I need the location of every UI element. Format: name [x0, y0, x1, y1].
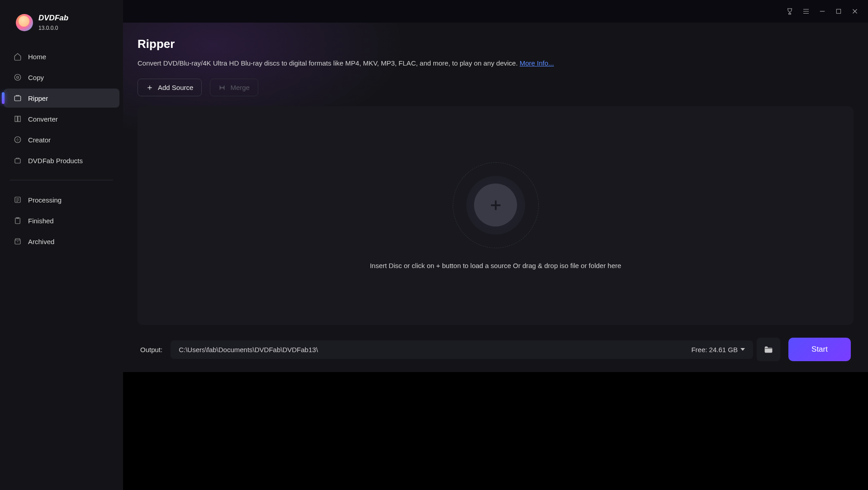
archived-icon [14, 237, 22, 245]
sidebar-item-label: Home [28, 53, 46, 61]
svg-point-1 [17, 76, 19, 79]
main-area: Ripper Convert DVD/Blu-ray/4K Ultra HD B… [123, 0, 868, 490]
start-button[interactable]: Start [788, 338, 851, 361]
titlebar [123, 0, 868, 23]
output-folder-button[interactable] [757, 338, 780, 361]
products-icon [14, 156, 22, 165]
bottom-blank [123, 372, 868, 490]
sidebar-item-products[interactable]: DVDFab Products [4, 151, 119, 170]
add-source-label: Add Source [158, 84, 193, 91]
svg-rect-3 [15, 116, 17, 122]
sidebar-item-label: Ripper [28, 94, 48, 102]
svg-rect-10 [836, 9, 840, 13]
app-title: DVDFab [38, 14, 68, 23]
logo-text: DVDFab 13.0.0.0 [38, 14, 68, 31]
svg-rect-6 [15, 159, 20, 163]
sidebar: DVDFab 13.0.0.0 Home Copy Ripper [0, 0, 123, 490]
sidebar-item-processing[interactable]: Processing [4, 190, 119, 209]
app-logo-icon [16, 14, 33, 31]
app-version: 13.0.0.0 [38, 25, 68, 31]
feedback-icon[interactable] [786, 7, 794, 15]
sidebar-item-ripper[interactable]: Ripper [4, 89, 119, 108]
sidebar-item-copy[interactable]: Copy [4, 68, 119, 87]
page-description: Convert DVD/Blu-ray/4K Ultra HD Blu-ray … [138, 59, 854, 67]
processing-icon [14, 196, 22, 204]
output-label: Output: [140, 346, 162, 353]
svg-rect-9 [15, 240, 20, 244]
dropzone-hint: Insert Disc or click on + button to load… [370, 262, 621, 269]
creator-icon [14, 136, 22, 144]
dropzone-plus-mid [466, 176, 525, 235]
sidebar-item-label: Creator [28, 136, 51, 144]
ripper-icon [14, 94, 22, 102]
sidebar-item-label: Processing [28, 196, 62, 204]
content-area: Ripper Convert DVD/Blu-ray/4K Ultra HD B… [123, 23, 868, 372]
svg-rect-4 [18, 116, 20, 122]
output-path: C:\Users\fab\Documents\DVDFab\DVDFab13\ [179, 346, 318, 353]
copy-icon [14, 73, 22, 81]
merge-label: Merge [230, 84, 250, 91]
dropzone-plus-outer [453, 162, 539, 248]
home-icon [14, 52, 22, 61]
sidebar-item-label: Archived [28, 238, 54, 245]
chevron-down-icon [740, 348, 745, 351]
svg-rect-2 [14, 96, 21, 101]
page-title: Ripper [138, 37, 854, 51]
sidebar-item-archived[interactable]: Archived [4, 232, 119, 251]
logo-area: DVDFab 13.0.0.0 [0, 9, 123, 42]
dropzone[interactable]: Insert Disc or click on + button to load… [138, 106, 854, 325]
sidebar-item-converter[interactable]: Converter [4, 109, 119, 128]
free-space-text: Free: 24.61 GB [691, 346, 738, 353]
merge-button[interactable]: Merge [210, 79, 258, 96]
plus-icon [146, 84, 153, 91]
sidebar-item-label: Converter [28, 115, 58, 123]
dropzone-plus-button[interactable] [474, 184, 517, 226]
svg-point-0 [14, 74, 21, 80]
sidebar-item-label: Finished [28, 217, 54, 225]
converter-icon [14, 115, 22, 123]
merge-icon [218, 84, 226, 91]
more-info-link[interactable]: More Info... [520, 59, 554, 67]
nav-section-main: Home Copy Ripper Converter Creator [0, 42, 123, 174]
sidebar-item-label: Copy [28, 74, 44, 81]
sidebar-item-home[interactable]: Home [4, 47, 119, 66]
add-source-button[interactable]: Add Source [138, 79, 202, 96]
nav-section-status: Processing Finished Archived [0, 186, 123, 255]
action-row: Add Source Merge [138, 79, 854, 96]
page-desc-text: Convert DVD/Blu-ray/4K Ultra HD Blu-ray … [138, 59, 520, 67]
finished-icon [14, 217, 22, 225]
menu-icon[interactable] [802, 7, 810, 15]
sidebar-divider [10, 180, 113, 180]
maximize-icon[interactable] [835, 7, 843, 15]
sidebar-item-finished[interactable]: Finished [4, 211, 119, 230]
close-icon[interactable] [851, 7, 859, 15]
free-space[interactable]: Free: 24.61 GB [691, 346, 745, 353]
output-path-box[interactable]: C:\Users\fab\Documents\DVDFab\DVDFab13\ … [171, 340, 753, 359]
sidebar-item-label: DVDFab Products [28, 157, 83, 165]
sidebar-item-creator[interactable]: Creator [4, 130, 119, 149]
minimize-icon[interactable] [818, 7, 826, 15]
output-row: Output: C:\Users\fab\Documents\DVDFab\DV… [138, 338, 854, 361]
start-label: Start [811, 345, 828, 354]
